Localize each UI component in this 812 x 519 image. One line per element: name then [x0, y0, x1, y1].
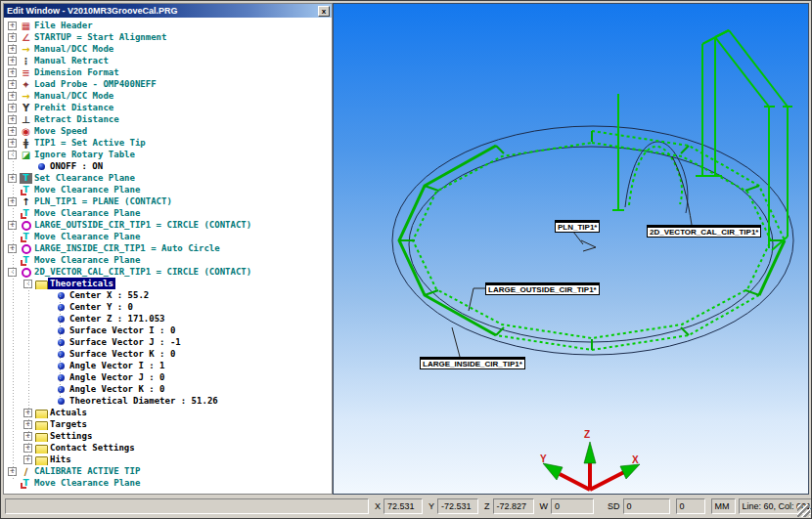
- tree-item[interactable]: Angle Vector I : 1: [4, 360, 332, 371]
- tree-item[interactable]: +∠STARTUP = Start Alignment: [4, 31, 332, 43]
- tree-item[interactable]: +▦File Header: [4, 20, 332, 31]
- axis-y-label: Y: [540, 454, 547, 464]
- folder-icon: [35, 443, 48, 454]
- tree-item[interactable]: -◪Ignore Rotary Table: [4, 149, 332, 160]
- tree-item[interactable]: Center X : 55.2: [4, 289, 332, 301]
- tree-item-label: CALIBRATE ACTIVE TIP: [32, 465, 142, 477]
- graphics-viewport[interactable]: Z X Y PLN_TIP1* 2D_VECTOR_CAL_CIR_TIP1* …: [333, 3, 809, 495]
- tree-item[interactable]: +⌖Load Probe - OMP400NEFF: [4, 78, 332, 90]
- tree-item-label: Load Probe - OMP400NEFF: [32, 78, 158, 90]
- folder-icon: [35, 408, 48, 418]
- tree-item[interactable]: +◉Move Speed: [4, 125, 332, 137]
- w-coordinate-value: 0: [551, 498, 594, 514]
- feature-label-large-outside-cir-tip1[interactable]: LARGE_OUTSIDE_CIR_TIP1*: [485, 282, 600, 295]
- tree-item-label: Ignore Rotary Table: [32, 149, 137, 160]
- tree-item[interactable]: +↑PLN_TIP1 = PLANE (CONTACT): [4, 195, 332, 207]
- tree-item-label: Move Speed: [32, 125, 89, 137]
- tree-item[interactable]: +→Manual/DCC Mode: [4, 43, 332, 55]
- tree-indent-spacer: [43, 362, 55, 370]
- tree-item[interactable]: +Settings: [4, 430, 332, 442]
- tree-indent-spacer: [43, 350, 55, 359]
- tree-item[interactable]: TMove Clearance Plane: [4, 254, 332, 266]
- tree-connector-line: [60, 293, 61, 399]
- tree-item[interactable]: +⊥Retract Distance: [4, 113, 332, 125]
- tree-item[interactable]: +ǂTIP1 = Set Active Tip: [4, 137, 332, 149]
- tree-item-label: Center Z : 171.053: [68, 313, 167, 324]
- resize-grip[interactable]: [797, 504, 810, 517]
- tree-item-label: Hits: [48, 454, 73, 465]
- x-coordinate-label: X: [369, 501, 383, 511]
- tree-item[interactable]: Center Y : 0: [4, 301, 332, 313]
- feature-label-2d-vector-cal-cir-tip1[interactable]: 2D_VECTOR_CAL_CIR_TIP1*: [647, 225, 761, 238]
- window-title: Edit Window - V2010MR3GrooveCal.PRG: [7, 6, 318, 16]
- program-tree[interactable]: +▦File Header+∠STARTUP = Start Alignment…: [4, 18, 332, 494]
- tree-item-label: ONOFF : ON: [48, 160, 105, 172]
- bullet-icon: [55, 314, 68, 324]
- tree-item[interactable]: +Contact Settings: [4, 442, 332, 454]
- tree-item[interactable]: +YPrehit Distance: [4, 102, 332, 113]
- manual-retract-icon: ⋮: [20, 56, 32, 66]
- tree-item-label: Theoretical Diameter : 51.26: [68, 395, 220, 407]
- tree-item-label: TIP1 = Set Active Tip: [32, 137, 148, 149]
- tree-item[interactable]: Theoretical Diameter : 51.26: [4, 395, 332, 407]
- tree-item[interactable]: TMove Clearance Plane: [4, 477, 332, 489]
- tree-item[interactable]: Angle Vector J : 0: [4, 371, 332, 383]
- scene-canvas: Z X Y: [334, 4, 809, 495]
- axis-z-label: Z: [584, 429, 590, 440]
- feature-label-large-inside-cir-tip1[interactable]: LARGE_INSIDE_CIR_TIP1*: [420, 357, 525, 369]
- tree-item[interactable]: Surface Vector I : 0: [4, 324, 332, 336]
- tree-item[interactable]: Center Z : 171.053: [4, 313, 332, 324]
- tree-item[interactable]: -Theoreticals: [4, 278, 332, 289]
- units-field: MM: [711, 498, 736, 514]
- bullet-icon: [35, 161, 48, 172]
- set-active-tip-icon: ǂ: [20, 138, 32, 149]
- tree-item-label: STARTUP = Start Alignment: [32, 31, 168, 43]
- tree-item[interactable]: TMove Clearance Plane: [4, 184, 332, 195]
- tree-item[interactable]: +Hits: [4, 454, 332, 465]
- tree-item[interactable]: +∕CALIBRATE ACTIVE TIP: [4, 465, 332, 477]
- tree-item[interactable]: +≡Dimension Format: [4, 66, 332, 78]
- prehit-distance-icon: Y: [20, 103, 32, 113]
- tree-indent-spacer: [8, 256, 20, 265]
- close-icon[interactable]: x: [318, 6, 330, 17]
- y-coordinate-value: -72.531: [437, 498, 478, 514]
- tree-item-label: Move Clearance Plane: [32, 207, 142, 219]
- feature-label-pln-tip1[interactable]: PLN_TIP1*: [555, 220, 600, 233]
- tree-item[interactable]: Surface Vector K : 0: [4, 348, 332, 360]
- tree-item[interactable]: ONOFF : ON: [4, 160, 332, 172]
- tree-item-label: Angle Vector J : 0: [68, 371, 167, 383]
- tree-item[interactable]: +LARGE_INSIDE_CIR_TIP1 = Auto Circle: [4, 242, 332, 254]
- tree-item[interactable]: -2D_VECTOR_CAL_CIR_TIP1 = CIRCLE (CONTAC…: [4, 266, 332, 278]
- tree-connector-line: [13, 23, 14, 481]
- tree-item[interactable]: Angle Vector K : 0: [4, 383, 332, 395]
- tree-item[interactable]: +Actuals: [4, 407, 332, 418]
- tree-item-label: Surface Vector K : 0: [68, 348, 177, 360]
- tree-item-label: Center Y : 0: [68, 301, 135, 313]
- tree-connector-line: [28, 281, 29, 457]
- tree-item[interactable]: +→Manual/DCC Mode: [4, 90, 332, 102]
- tree-item[interactable]: +LARGE_OUTSIDE_CIR_TIP1 = CIRCLE (CONTAC…: [4, 219, 332, 231]
- axis-x-label: X: [632, 454, 639, 465]
- move-clearance-plane-icon: T: [20, 232, 32, 242]
- tree-item[interactable]: Surface Vector J : -1: [4, 336, 332, 348]
- tree-item[interactable]: +Targets: [4, 418, 332, 430]
- bullet-icon: [55, 396, 68, 407]
- move-clearance-plane-icon: T: [20, 478, 32, 489]
- move-clearance-plane-icon: T: [20, 255, 32, 266]
- z-coordinate-value: -72.827: [493, 498, 534, 514]
- tree-item-label: Center X : 55.2: [68, 289, 151, 301]
- tree-item-label: Manual Retract: [32, 55, 111, 66]
- tree-item-label: File Header: [32, 20, 95, 31]
- sd-label: SD: [594, 501, 623, 511]
- tree-indent-spacer: [43, 291, 55, 300]
- tree-item[interactable]: +TSet Clearance Plane: [4, 172, 332, 184]
- tree-item[interactable]: TMove Clearance Plane: [4, 207, 332, 219]
- tree-item[interactable]: TMove Clearance Plane: [4, 231, 332, 242]
- hit-vector-ticks: [399, 131, 785, 350]
- tree-item-label: Move Clearance Plane: [32, 184, 142, 195]
- titlebar[interactable]: Edit Window - V2010MR3GrooveCal.PRG x: [4, 4, 332, 18]
- tree-item-label: Manual/DCC Mode: [32, 90, 115, 102]
- tree-item[interactable]: +⋮Manual Retract: [4, 55, 332, 66]
- cad-circle-wireframe: [392, 126, 793, 355]
- tree-indent-spacer: [43, 397, 55, 406]
